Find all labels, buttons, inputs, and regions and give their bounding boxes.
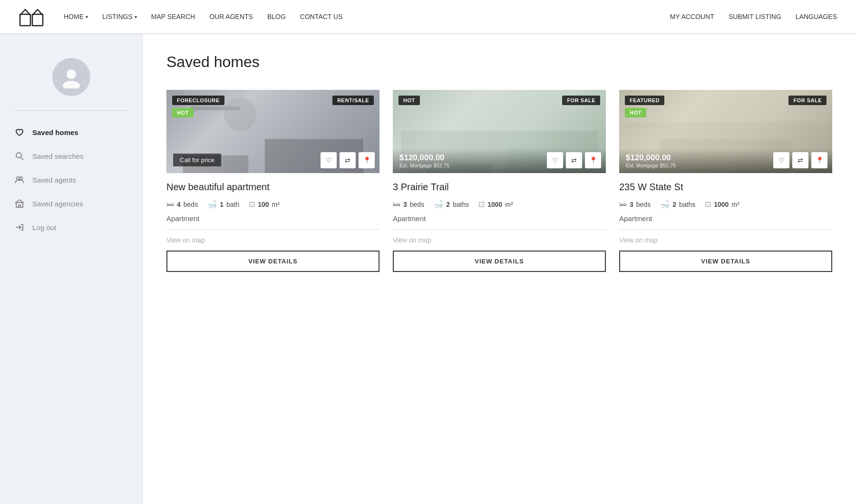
nav-left: HOME ▾ LISTINGS ▾ MAP SEARCH OUR AGENTS … [64, 13, 670, 20]
view-on-map-3[interactable]: View on map [619, 236, 832, 244]
logo[interactable] [19, 6, 45, 28]
map-btn-3[interactable]: 📍 [811, 152, 827, 168]
bed-icon-1: 🛏 [166, 200, 174, 209]
card-type-2: Apartment [393, 214, 606, 223]
svg-rect-1 [32, 14, 43, 26]
sidebar-item-saved-searches[interactable]: Saved searches [5, 144, 137, 168]
badge-hot-1: HOT [172, 108, 194, 117]
nav-right: MY ACCOUNT SUBMIT LISTING LANGUAGES [670, 13, 837, 20]
card-type-3: Apartment [619, 214, 832, 223]
nav-home[interactable]: HOME ▾ [64, 13, 88, 20]
sidebar-label-saved-homes: Saved homes [32, 128, 78, 136]
header: HOME ▾ LISTINGS ▾ MAP SEARCH OUR AGENTS … [0, 0, 856, 34]
nav-languages[interactable]: LANGUAGES [796, 13, 837, 20]
badge-hot-2: HOT [399, 96, 420, 105]
bath-label-1: bath [226, 201, 239, 208]
sidebar-item-saved-agencies[interactable]: Saved agencies [5, 192, 137, 215]
baths-count-2: 2 [446, 201, 450, 208]
sidebar-divider [14, 110, 128, 111]
share-btn-2[interactable]: ⇄ [566, 152, 582, 168]
sidebar-label-saved-agents: Saved agents [32, 176, 76, 184]
baths-feature-3: 🛁 2 baths [660, 200, 695, 209]
area-count-3: 1000 [714, 201, 729, 208]
nav-submit-listing[interactable]: SUBMIT LISTING [729, 13, 781, 20]
beds-label-2: beds [410, 201, 424, 208]
beds-feature-1: 🛏 4 beds [166, 200, 198, 209]
area-unit-2: m² [505, 201, 513, 208]
badge-foreclosure: FORECLOSURE [172, 96, 224, 105]
view-on-map-1[interactable]: View on map [166, 236, 379, 244]
area-icon-2: ⊡ [478, 200, 485, 209]
badge-hot-3: HOT [625, 108, 646, 117]
beds-feature-3: 🛏 3 beds [619, 200, 651, 209]
sidebar-item-saved-homes[interactable]: Saved homes [5, 120, 137, 144]
card-features-3: 🛏 3 beds 🛁 2 baths ⊡ 1000 m² [619, 200, 832, 209]
property-card-2: HOT FOR SALE $120,000.00 Est. Mortgage $… [393, 90, 606, 272]
agents-icon [14, 174, 25, 185]
nav-contact-us[interactable]: CONTACT US [300, 13, 343, 20]
heart-icon [14, 127, 25, 137]
beds-feature-2: 🛏 3 beds [393, 200, 424, 209]
nav-listings[interactable]: LISTINGS ▾ [102, 13, 137, 20]
view-details-btn-3[interactable]: VIEW DETAILS [619, 251, 832, 272]
map-btn-2[interactable]: 📍 [585, 152, 601, 168]
baths-count-1: 1 [220, 201, 224, 208]
card-divider-3 [619, 229, 832, 230]
view-on-map-2[interactable]: View on map [393, 236, 606, 244]
property-card-1: FORECLOSURE HOT RENT/SALE Call for price… [166, 90, 379, 272]
nav-map-search[interactable]: MAP SEARCH [151, 13, 195, 20]
area-count-1: 100 [258, 201, 269, 208]
sidebar: Saved homes Saved searches [0, 34, 143, 504]
svg-rect-9 [19, 205, 20, 207]
price-2: $120,000.00 [399, 153, 449, 163]
sidebar-item-saved-agents[interactable]: Saved agents [5, 168, 137, 192]
area-feature-1: ⊡ 100 m² [249, 200, 280, 209]
badge-for-sale-2: FOR SALE [562, 96, 600, 105]
nav-our-agents[interactable]: OUR AGENTS [209, 13, 253, 20]
share-btn-3[interactable]: ⇄ [792, 152, 808, 168]
favorite-btn-1[interactable]: ♡ [321, 152, 337, 168]
main-layout: Saved homes Saved searches [0, 34, 856, 504]
mortgage-3: Est. Mortgage $52,75 [626, 163, 676, 168]
view-details-btn-2[interactable]: VIEW DETAILS [393, 251, 606, 272]
bed-icon-3: 🛏 [619, 200, 627, 209]
bath-icon-3: 🛁 [660, 200, 670, 209]
search-icon [14, 151, 25, 161]
card-image-3: FEATURED HOT FOR SALE $120,000.00 Est. M… [619, 90, 832, 173]
bath-label-2: baths [453, 201, 469, 208]
card-body-2: 3 Prairie Trail 🛏 3 beds 🛁 2 baths [393, 173, 606, 272]
card-title-1: New beautiful apartment [166, 181, 379, 193]
card-actions-1: ♡ ⇄ 📍 [321, 152, 375, 168]
nav-my-account[interactable]: MY ACCOUNT [670, 13, 714, 20]
card-body-3: 235 W State St 🛏 3 beds 🛁 2 baths [619, 173, 832, 272]
call-for-price: Call for price [173, 154, 221, 166]
area-icon-1: ⊡ [249, 200, 255, 209]
card-image-2: HOT FOR SALE $120,000.00 Est. Mortgage $… [393, 90, 606, 173]
logout-icon [14, 222, 25, 233]
beds-count-3: 3 [630, 201, 633, 208]
card-actions-2: ♡ ⇄ 📍 [547, 152, 601, 168]
favorite-btn-2[interactable]: ♡ [547, 152, 563, 168]
bed-icon-2: 🛏 [393, 200, 400, 209]
svg-point-2 [67, 69, 76, 79]
card-divider-2 [393, 229, 606, 230]
card-features-2: 🛏 3 beds 🛁 2 baths ⊡ 1000 m² [393, 200, 606, 209]
area-feature-2: ⊡ 1000 m² [478, 200, 513, 209]
nav-blog[interactable]: BLOG [267, 13, 286, 20]
sidebar-nav: Saved homes Saved searches [0, 120, 142, 239]
sidebar-label-log-out: Log out [32, 223, 56, 232]
card-type-1: Apartment [166, 214, 379, 223]
mortgage-2: Est. Mortgage $52,75 [399, 163, 449, 168]
avatar-area [0, 48, 142, 110]
card-title-3: 235 W State St [619, 181, 832, 193]
content-area: Saved homes FORECLOSURE [143, 34, 856, 504]
map-btn-1[interactable]: 📍 [359, 152, 375, 168]
view-details-btn-1[interactable]: VIEW DETAILS [166, 251, 379, 272]
area-count-2: 1000 [487, 201, 502, 208]
card-image-1: FORECLOSURE HOT RENT/SALE Call for price… [166, 90, 379, 173]
share-btn-1[interactable]: ⇄ [340, 152, 356, 168]
sidebar-item-log-out[interactable]: Log out [5, 215, 137, 239]
agencies-icon [14, 198, 25, 209]
cards-grid: FORECLOSURE HOT RENT/SALE Call for price… [166, 90, 832, 272]
favorite-btn-3[interactable]: ♡ [773, 152, 789, 168]
